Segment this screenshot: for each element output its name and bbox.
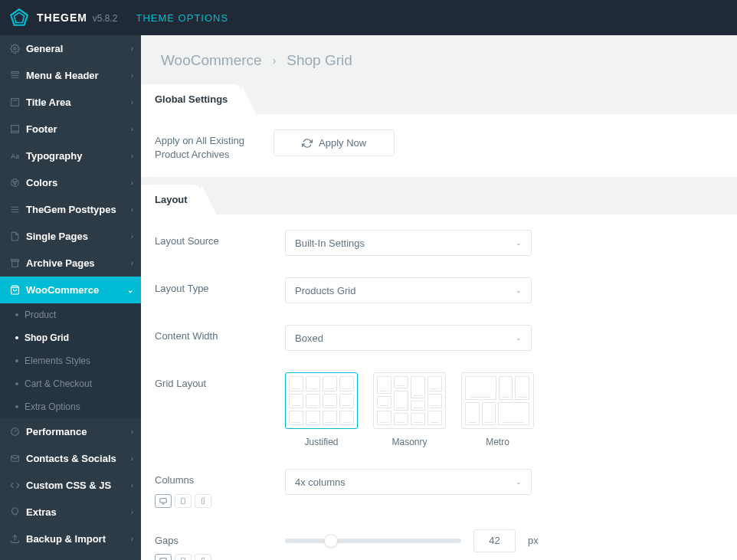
panel-global-settings: Global Settings Apply on All Existing Pr… bbox=[141, 84, 737, 177]
brand-version: v5.8.2 bbox=[93, 13, 118, 24]
main-content: WooCommerce › Shop Grid Global Settings … bbox=[141, 35, 737, 560]
device-tablet-button[interactable] bbox=[175, 554, 192, 560]
chevron-right-icon: › bbox=[131, 98, 133, 106]
panel-tab-global[interactable]: Global Settings bbox=[141, 84, 241, 114]
mail-icon bbox=[9, 454, 20, 464]
gaps-slider-handle[interactable] bbox=[324, 534, 338, 548]
svg-rect-27 bbox=[182, 498, 185, 504]
sidebar-item-single-pages[interactable]: Single Pages› bbox=[0, 223, 141, 250]
chevron-right-icon: › bbox=[131, 259, 133, 267]
svg-rect-8 bbox=[11, 126, 18, 133]
device-mobile-button[interactable] bbox=[195, 494, 211, 508]
sidebar-sub-product[interactable]: Product bbox=[0, 303, 141, 326]
sidebar-item-backup-import[interactable]: Backup & Import› bbox=[0, 526, 141, 552]
sidebar-item-general[interactable]: General› bbox=[0, 35, 141, 62]
sidebar-item-extras[interactable]: Extras› bbox=[0, 499, 141, 526]
top-bar: THEGEM v5.8.2 THEME OPTIONS bbox=[0, 0, 737, 35]
chevron-right-icon: › bbox=[131, 454, 133, 463]
breadcrumb-parent[interactable]: WooCommerce bbox=[161, 52, 262, 69]
grid-option-masonry[interactable] bbox=[373, 372, 446, 429]
layout-source-select[interactable]: Built-In Settings ⌄ bbox=[285, 230, 532, 256]
svg-text:Aa: Aa bbox=[11, 152, 19, 160]
sidebar-item-menu-header[interactable]: Menu & Header› bbox=[0, 62, 141, 89]
svg-line-22 bbox=[15, 430, 16, 431]
sidebar-item-custom-css-js[interactable]: Custom CSS & JS› bbox=[0, 472, 141, 499]
logo-icon bbox=[9, 8, 29, 28]
grid-option-metro-label: Metro bbox=[461, 437, 534, 447]
chevron-down-icon: ⌄ bbox=[127, 286, 133, 294]
svg-rect-3 bbox=[11, 72, 18, 74]
layout-source-label: Layout Source bbox=[155, 230, 285, 248]
breadcrumb: WooCommerce › Shop Grid bbox=[141, 35, 737, 84]
device-desktop-button[interactable] bbox=[155, 494, 172, 508]
bulb-icon bbox=[9, 507, 20, 518]
shop-icon bbox=[9, 285, 20, 296]
sidebar-item-footer[interactable]: Footer› bbox=[0, 116, 141, 142]
theme-options-link[interactable]: THEME OPTIONS bbox=[136, 12, 228, 24]
chevron-down-icon: ⌄ bbox=[516, 287, 522, 294]
sidebar-item-typography[interactable]: Aa Typography› bbox=[0, 142, 141, 169]
chevron-right-icon: › bbox=[131, 535, 133, 543]
sidebar: General› Menu & Header› Title Area› Foot… bbox=[0, 35, 141, 560]
sidebar-item-archive-pages[interactable]: Archive Pages› bbox=[0, 250, 141, 277]
grid-option-metro[interactable] bbox=[461, 372, 534, 429]
apply-label: Apply on All Existing Product Archives bbox=[155, 129, 274, 162]
grid-option-justified-label: Justified bbox=[285, 437, 358, 447]
columns-select[interactable]: 4x columns ⌄ bbox=[285, 469, 532, 495]
gauge-icon bbox=[9, 427, 20, 437]
loop-icon bbox=[302, 138, 313, 149]
svg-rect-6 bbox=[11, 99, 18, 106]
layout-type-label: Layout Type bbox=[155, 277, 285, 296]
content-width-label: Content Width bbox=[155, 325, 285, 343]
sidebar-sub-shop-grid[interactable]: Shop Grid bbox=[0, 326, 141, 349]
grid-layout-label: Grid Layout bbox=[155, 372, 285, 391]
sidebar-item-posttypes[interactable]: TheGem Posttypes› bbox=[0, 196, 141, 223]
gaps-label: Gaps bbox=[155, 529, 285, 560]
sidebar-item-contacts[interactable]: Contacts & Socials› bbox=[0, 445, 141, 472]
sidebar-sub-extra-options[interactable]: Extra Options bbox=[0, 395, 141, 418]
chevron-right-icon: › bbox=[273, 54, 277, 67]
svg-point-2 bbox=[13, 47, 15, 50]
panel-layout: Layout Layout Source Built-In Settings ⌄… bbox=[141, 185, 737, 560]
device-desktop-button[interactable] bbox=[155, 554, 172, 560]
title-icon bbox=[9, 97, 20, 108]
sidebar-item-title-area[interactable]: Title Area› bbox=[0, 89, 141, 116]
sidebar-sub-elements-styles[interactable]: Elements Styles bbox=[0, 349, 141, 372]
chevron-right-icon: › bbox=[131, 71, 133, 80]
grid-option-justified[interactable] bbox=[285, 372, 358, 429]
grid-option-masonry-label: Masonry bbox=[373, 437, 446, 447]
svg-point-14 bbox=[14, 183, 15, 185]
svg-point-13 bbox=[15, 182, 17, 183]
svg-rect-25 bbox=[160, 498, 166, 502]
chevron-right-icon: › bbox=[131, 427, 133, 436]
device-tablet-button[interactable] bbox=[175, 494, 192, 508]
layout-type-select[interactable]: Products Grid ⌄ bbox=[285, 277, 532, 303]
sidebar-submenu: Product Shop Grid Elements Styles Cart &… bbox=[0, 303, 141, 418]
gear-icon bbox=[9, 44, 20, 54]
chevron-right-icon: › bbox=[131, 44, 133, 53]
svg-point-12 bbox=[13, 182, 15, 183]
chevron-right-icon: › bbox=[131, 152, 133, 160]
device-mobile-button[interactable] bbox=[195, 554, 211, 560]
code-icon bbox=[9, 480, 20, 491]
svg-rect-19 bbox=[11, 261, 18, 267]
footer-icon bbox=[9, 124, 20, 135]
sidebar-sub-cart-checkout[interactable]: Cart & Checkout bbox=[0, 372, 141, 395]
svg-rect-28 bbox=[201, 498, 204, 504]
sidebar-item-woocommerce[interactable]: WooCommerce⌄ bbox=[0, 277, 141, 303]
content-width-select[interactable]: Boxed ⌄ bbox=[285, 325, 532, 351]
gaps-input[interactable] bbox=[473, 529, 516, 552]
page-icon bbox=[9, 231, 20, 242]
sidebar-item-performance[interactable]: Performance› bbox=[0, 418, 141, 445]
apply-now-button[interactable]: Apply Now bbox=[274, 129, 395, 156]
chevron-down-icon: ⌄ bbox=[516, 478, 522, 486]
sidebar-item-colors[interactable]: Colors› bbox=[0, 169, 141, 196]
svg-point-11 bbox=[11, 179, 18, 187]
menu-icon bbox=[9, 70, 20, 81]
backup-icon bbox=[9, 534, 20, 545]
gaps-slider[interactable] bbox=[285, 539, 461, 543]
brand-name: THEGEM v5.8.2 bbox=[37, 11, 117, 24]
panel-tab-layout[interactable]: Layout bbox=[141, 185, 201, 215]
posttypes-icon bbox=[9, 205, 20, 215]
chevron-down-icon: ⌄ bbox=[516, 239, 522, 247]
